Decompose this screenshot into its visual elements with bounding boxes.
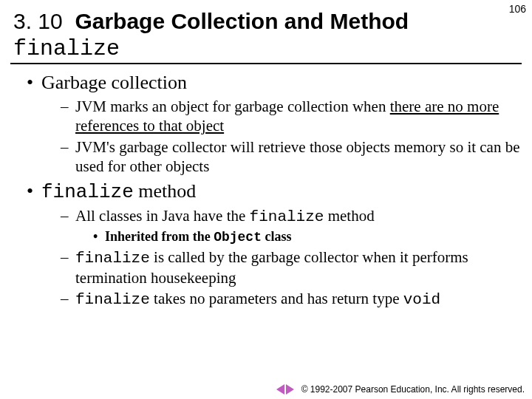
title-underline	[10, 63, 522, 64]
copyright-text: © 1992-2007 Pearson Education, Inc. All …	[301, 384, 525, 395]
nav-arrows	[276, 384, 294, 395]
section-number: 3. 10	[13, 9, 63, 33]
prev-arrow-icon[interactable]	[276, 384, 284, 395]
text: takes no parameters and has return type	[150, 290, 403, 307]
bullet-finalize-method: finalize method All classes in Java have…	[27, 180, 522, 310]
text: method	[324, 207, 374, 225]
text: JVM marks an object for garbage collecti…	[75, 98, 390, 115]
slide-title: 3. 10 Garbage Collection and Method fina…	[0, 0, 532, 61]
text: All classes in Java have the	[75, 207, 250, 225]
sub-bullet: finalize is called by the garbage collec…	[61, 248, 522, 288]
code: void	[403, 291, 440, 308]
code: finalize	[75, 291, 150, 308]
sub-bullet: JVM's garbage collector will retrieve th…	[61, 137, 522, 177]
bullet-garbage-collection: Garbage collection JVM marks an object f…	[27, 72, 522, 176]
text: Inherited from the	[105, 229, 214, 244]
sub-bullet: finalize takes no parameters and has ret…	[61, 289, 522, 310]
code: Object	[214, 230, 262, 245]
page-number: 106	[509, 3, 526, 15]
slide-footer: © 1992-2007 Pearson Education, Inc. All …	[276, 384, 525, 395]
code: finalize	[250, 208, 324, 225]
slide-body: Garbage collection JVM marks an object f…	[0, 72, 532, 310]
title-text: Garbage Collection and Method	[75, 9, 409, 33]
text: JVM's garbage collector will retrieve th…	[75, 138, 520, 175]
title-code: finalize	[13, 36, 120, 61]
subsub-bullet: Inherited from the Object class	[93, 228, 522, 246]
bullet-heading-rest: method	[134, 180, 197, 202]
next-arrow-icon[interactable]	[286, 384, 294, 395]
sub-bullet: All classes in Java have the finalize me…	[61, 206, 522, 246]
bullet-heading: Garbage collection	[41, 72, 187, 93]
bullet-heading-code: finalize	[41, 181, 134, 203]
sub-bullet: JVM marks an object for garbage collecti…	[61, 97, 522, 136]
text: class	[262, 229, 292, 244]
code: finalize	[75, 250, 150, 267]
